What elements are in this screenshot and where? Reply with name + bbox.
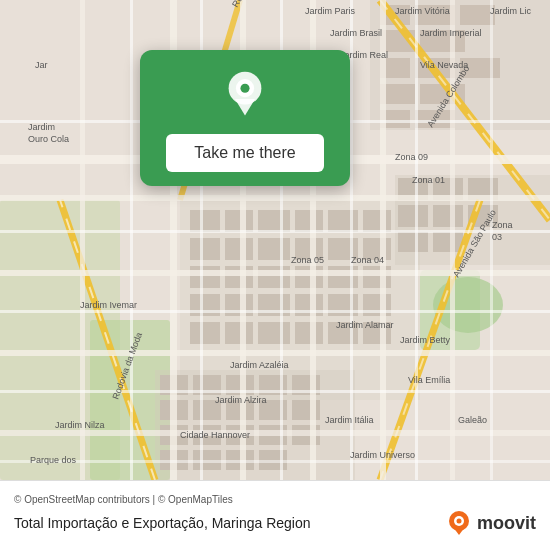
location-card: Take me there: [140, 50, 350, 186]
svg-text:Galeão: Galeão: [458, 415, 487, 425]
svg-rect-97: [0, 230, 550, 233]
svg-text:Jar: Jar: [35, 60, 48, 70]
svg-text:Cidade Hannover: Cidade Hannover: [180, 430, 250, 440]
svg-rect-101: [130, 0, 133, 480]
svg-rect-31: [190, 266, 220, 288]
location-title: Total Importação e Exportação, Maringa R…: [14, 515, 311, 531]
svg-rect-105: [415, 0, 418, 480]
svg-rect-46: [295, 322, 323, 344]
svg-rect-21: [258, 210, 290, 232]
svg-rect-34: [295, 266, 323, 288]
svg-text:Zona 01: Zona 01: [412, 175, 445, 185]
svg-text:Jardim Alamar: Jardim Alamar: [336, 320, 394, 330]
moovit-label: moovit: [477, 513, 536, 534]
svg-rect-76: [398, 232, 428, 252]
moovit-icon: [445, 509, 473, 537]
svg-rect-27: [258, 238, 290, 260]
svg-text:Jardim Azaléia: Jardim Azaléia: [230, 360, 289, 370]
svg-text:Jardim Universo: Jardim Universo: [350, 450, 415, 460]
svg-text:Zona 04: Zona 04: [351, 255, 384, 265]
moovit-logo: moovit: [445, 509, 536, 537]
svg-rect-23: [328, 210, 358, 232]
svg-marker-147: [453, 527, 465, 535]
svg-rect-100: [0, 460, 550, 463]
svg-text:Jardim: Jardim: [28, 122, 55, 132]
svg-rect-94: [80, 0, 85, 480]
svg-text:Ouro Cola: Ouro Cola: [28, 134, 69, 144]
svg-rect-25: [190, 238, 220, 260]
location-pin-icon: [220, 70, 270, 120]
svg-text:Jardim Betty: Jardim Betty: [400, 335, 451, 345]
svg-text:Jardim Paris: Jardim Paris: [305, 6, 356, 16]
svg-text:03: 03: [492, 232, 502, 242]
svg-text:Jardim Nilza: Jardim Nilza: [55, 420, 105, 430]
bottom-bar: © OpenStreetMap contributors | © OpenMap…: [0, 480, 550, 550]
svg-rect-26: [225, 238, 253, 260]
svg-rect-19: [190, 210, 220, 232]
svg-rect-36: [363, 266, 391, 288]
svg-rect-104: [350, 0, 353, 480]
svg-rect-77: [433, 232, 463, 252]
attribution-text: © OpenStreetMap contributors | © OpenMap…: [14, 494, 536, 505]
svg-rect-24: [363, 210, 391, 232]
svg-rect-22: [295, 210, 323, 232]
svg-text:Jardim Alzira: Jardim Alzira: [215, 395, 267, 405]
svg-rect-99: [0, 390, 550, 393]
svg-rect-33: [258, 266, 290, 288]
svg-text:Jardim Itália: Jardim Itália: [325, 415, 374, 425]
svg-rect-20: [225, 210, 253, 232]
svg-point-142: [240, 84, 249, 93]
svg-text:Parque dos: Parque dos: [30, 455, 77, 465]
svg-rect-74: [433, 205, 463, 227]
map-container: Jardim Paris Jardim Vitória Jardim Lic J…: [0, 0, 550, 480]
svg-rect-44: [225, 322, 253, 344]
svg-rect-45: [258, 322, 290, 344]
svg-text:Jardim Brasil: Jardim Brasil: [330, 28, 382, 38]
svg-text:Zona: Zona: [492, 220, 513, 230]
svg-text:Jardim Vitória: Jardim Vitória: [395, 6, 450, 16]
location-title-row: Total Importação e Exportação, Maringa R…: [14, 509, 536, 537]
svg-text:Jardim Lic: Jardim Lic: [490, 6, 532, 16]
svg-rect-98: [0, 310, 550, 313]
svg-rect-35: [328, 266, 358, 288]
svg-rect-95: [450, 0, 455, 480]
svg-text:Zona 05: Zona 05: [291, 255, 324, 265]
svg-text:Vila Emília: Vila Emília: [408, 375, 450, 385]
svg-rect-32: [225, 266, 253, 288]
svg-rect-73: [398, 205, 428, 227]
svg-rect-43: [190, 322, 220, 344]
svg-text:Zona 09: Zona 09: [395, 152, 428, 162]
svg-rect-93: [380, 0, 386, 480]
svg-point-146: [456, 519, 461, 524]
take-me-there-button[interactable]: Take me there: [166, 134, 323, 172]
svg-marker-143: [235, 99, 255, 115]
svg-text:Jardim Imperial: Jardim Imperial: [420, 28, 482, 38]
svg-text:Jardim Ivemar: Jardim Ivemar: [80, 300, 137, 310]
